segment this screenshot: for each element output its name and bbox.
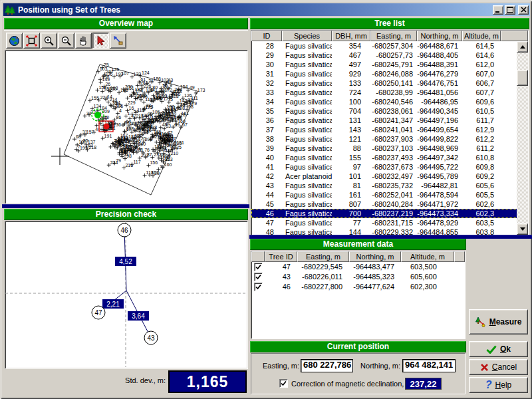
- tree-list-row[interactable]: 42Acer platanoides101-680232,497-964495,…: [251, 172, 528, 181]
- checkmark-icon: [255, 274, 261, 280]
- cancel-button[interactable]: Cancel: [469, 359, 528, 375]
- tree-list-row[interactable]: 41Fagus silvatica97-680237,673-964495,72…: [251, 162, 528, 172]
- tree-list-cell: -964488,391: [417, 60, 462, 69]
- tree-list-row[interactable]: 44Fagus silvatica161-680252,041-964478,5…: [251, 190, 528, 200]
- tree-list-row[interactable]: 39Fagus silvatica88-680237,103-964498,96…: [251, 144, 528, 153]
- tree-list-row[interactable]: 38Fagus silvatica121-680237,903-964499,8…: [251, 134, 528, 144]
- tree-list-row[interactable]: 31Fagus silvatica929-680246,088-964476,2…: [251, 69, 528, 78]
- tree-list-column-header[interactable]: Altitude, m: [462, 31, 501, 41]
- tree-list-row[interactable]: 35Fagus silvatica704-680238,061-964490,3…: [251, 106, 528, 116]
- maximize-button[interactable]: [505, 5, 515, 15]
- measurement-row[interactable]: 47-680229,545-964483,477603,500: [251, 262, 465, 272]
- svg-text:46: 46: [120, 227, 128, 234]
- tree-list-cell: Fagus silvatica: [282, 144, 332, 153]
- tree-list-column-header[interactable]: DBH, mm: [332, 31, 370, 41]
- tree-list-row[interactable]: 45Fagus silvatica807-680240,284-964471,9…: [251, 200, 528, 209]
- tree-list-row[interactable]: 43Fagus silvatica81-680235,732-964482,81…: [251, 181, 528, 190]
- vertical-scrollbar[interactable]: [517, 41, 528, 235]
- scroll-down-icon: [520, 227, 525, 231]
- measurement-cell: 602,300: [401, 282, 454, 292]
- svg-text:219: 219: [159, 94, 167, 98]
- tool-select-button[interactable]: [92, 33, 109, 49]
- scroll-up-button[interactable]: [517, 41, 528, 53]
- svg-text:225: 225: [174, 145, 182, 150]
- tree-list-cell: 612,0: [462, 60, 501, 69]
- svg-text:117: 117: [133, 160, 140, 164]
- overview-map-canvas[interactable]: 1234567891011121314151617181920212223242…: [5, 50, 248, 204]
- tree-list-row[interactable]: 36Fagus silvatica131-680241,347-964497,1…: [251, 116, 528, 125]
- tree-list-cell: -964495,722: [417, 162, 462, 172]
- tree-list-row[interactable]: 32Fagus silvatica133-680250,141-964476,7…: [251, 78, 528, 88]
- tree-list-row[interactable]: 34Fagus silvatica100-680240,546-964486,9…: [251, 97, 528, 106]
- tree-list-row[interactable]: 40Fagus silvatica155-680237,493-964497,3…: [251, 153, 528, 162]
- tree-list-cell: 88: [332, 144, 370, 153]
- svg-text:4: 4: [119, 108, 122, 113]
- measurement-cell: 605,600: [401, 272, 454, 282]
- tree-list-cell: 121: [332, 134, 370, 144]
- tree-list-cell: 610,8: [462, 153, 501, 162]
- tree-list-column-header[interactable]: Easting, m: [370, 31, 417, 41]
- declination-value-display: 237,22: [405, 378, 442, 390]
- measurement-row[interactable]: 46-680227,800-964477,624602,300: [251, 282, 465, 292]
- measurement-row-checkbox[interactable]: [254, 273, 263, 281]
- horizontal-splitter-left[interactable]: [2, 204, 249, 208]
- measurement-cell: 43: [265, 272, 297, 282]
- tree-list-column-header[interactable]: ID: [251, 31, 282, 41]
- measurement-column-header[interactable]: Easting, m: [297, 251, 349, 262]
- close-button[interactable]: [518, 5, 529, 15]
- measurement-row-checkbox[interactable]: [254, 283, 263, 291]
- ok-button-label: Ok: [500, 344, 511, 354]
- tool-zoom-in-button[interactable]: [41, 33, 57, 49]
- measure-button[interactable]: Measure: [469, 309, 528, 334]
- measurement-column-header[interactable]: Tree ID: [265, 251, 297, 262]
- tool-pan-button[interactable]: [75, 33, 92, 49]
- tree-list-cell: Fagus silvatica: [282, 218, 332, 227]
- help-button[interactable]: ? Help: [469, 377, 528, 393]
- easting-field[interactable]: 680 227,786: [301, 359, 353, 372]
- tool-zoom-extent-button[interactable]: [23, 33, 40, 49]
- minimize-button[interactable]: [493, 5, 503, 15]
- tool-globe-button[interactable]: [6, 33, 23, 49]
- tree-list-cell: Fagus silvatica: [282, 200, 332, 209]
- measurement-row-checkbox[interactable]: [254, 263, 263, 271]
- declination-checkbox[interactable]: [279, 379, 288, 388]
- measurement-column-header[interactable]: [251, 251, 265, 262]
- tree-list-cell: Fagus silvatica: [282, 162, 332, 172]
- tree-list-column-header[interactable]: Species: [282, 31, 332, 41]
- tree-list-row[interactable]: 30Fagus silvatica497-680245,791-964488,3…: [251, 60, 528, 69]
- tree-list-cell: Fagus silvatica: [282, 69, 332, 78]
- tree-list-column-header[interactable]: Northing, m: [417, 31, 462, 41]
- tree-list-row[interactable]: 37Fagus silvatica143-680241,041-964499,6…: [251, 125, 528, 134]
- scroll-down-button[interactable]: [517, 223, 528, 235]
- tool-zoom-out-button[interactable]: [58, 33, 74, 49]
- tree-list-cell: Fagus silvatica: [282, 153, 332, 162]
- svg-text:191: 191: [104, 134, 112, 138]
- ok-button[interactable]: Ok: [469, 341, 528, 357]
- tree-list-cell: -680240,284: [370, 200, 417, 209]
- scrollbar-thumb[interactable]: [517, 70, 528, 86]
- tool-measure-distance-button[interactable]: [110, 33, 126, 49]
- svg-text:4,52: 4,52: [119, 258, 132, 265]
- tree-list-cell: 133: [332, 78, 370, 88]
- tree-list-cell: 700: [332, 209, 370, 218]
- tree-list-row[interactable]: 46Fagus silvatica700-680237,219-964473,3…: [251, 209, 528, 218]
- tree-list-cell: Fagus silvatica: [282, 97, 332, 106]
- title-bar[interactable]: Position using Set of Trees: [3, 3, 530, 16]
- tree-list-cell: 354: [332, 41, 370, 51]
- measurement-row[interactable]: 43-680226,011-964485,323605,600: [251, 272, 465, 282]
- tree-list-row[interactable]: 47Fagus silvatica77-680231,715-964478,92…: [251, 218, 528, 227]
- northing-field[interactable]: 964 482,141: [402, 359, 456, 372]
- tree-list-row[interactable]: 33Fagus silvatica724-680238,99-964481,05…: [251, 88, 528, 97]
- svg-text:137: 137: [88, 140, 96, 144]
- tree-list-row[interactable]: 29Fagus silvatica467-680257,73-964488,40…: [251, 51, 528, 60]
- svg-text:47: 47: [94, 309, 102, 317]
- checkmark-icon: [255, 284, 261, 290]
- measurement-column-header[interactable]: Altitude, m: [401, 251, 454, 262]
- measurement-column-header[interactable]: Northing, m: [349, 251, 401, 262]
- tree-list-cell: 605,6: [462, 181, 501, 190]
- hand-pan-icon: [78, 35, 89, 47]
- map-toolbar: [4, 30, 248, 50]
- tree-list-row[interactable]: 28Fagus silvatica354-680257,304-964488,6…: [251, 41, 528, 51]
- svg-text:234: 234: [110, 160, 118, 165]
- tree-list-cell: 47: [251, 218, 282, 227]
